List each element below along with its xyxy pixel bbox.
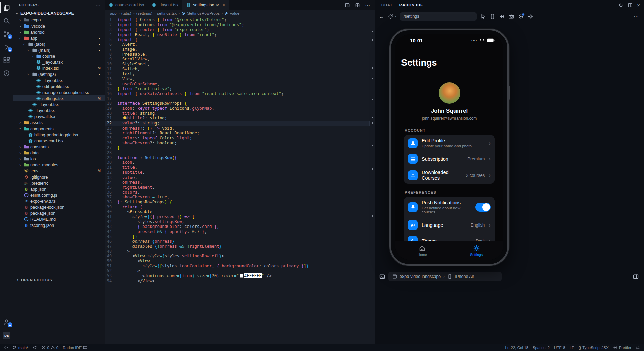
more-actions-icon[interactable]: ⋯ (365, 3, 370, 8)
code-line[interactable]: 20 title: string; (105, 111, 370, 116)
code-line[interactable]: 6 Alert, (105, 42, 370, 47)
settings-row[interactable]: Downloaded Courses3 courses› (404, 167, 495, 184)
code-line[interactable]: 11 Switch, (105, 67, 370, 72)
tree-item[interactable]: ›billing-period-toggle.tsx (13, 132, 105, 138)
tree-item[interactable]: ›android (13, 29, 105, 35)
close-icon[interactable]: × (222, 2, 225, 8)
code-line[interactable]: 22 value?: string; (105, 121, 370, 126)
status-sync[interactable] (33, 345, 37, 350)
code-line[interactable]: 14 useColorScheme, (105, 82, 370, 87)
code-line[interactable]: 17 (105, 96, 370, 101)
tree-item[interactable]: ›data (13, 150, 105, 156)
code-line[interactable]: 26 showChevron?: boolean; (105, 141, 370, 146)
code-line[interactable]: 7 Image, (105, 47, 370, 52)
console-icon[interactable] (379, 274, 385, 280)
tab-course-card-tsx[interactable]: course-card.tsx (105, 0, 148, 10)
code-line[interactable]: 15} from "react-native"; (105, 86, 370, 91)
device-selector[interactable]: expo-video-landscape › iPhone Air (388, 272, 502, 281)
tree-root-folder[interactable]: › EXPO-VIDEO-LANDSCAPE (13, 10, 105, 17)
tree-item[interactable]: ›settings.tsxM (13, 95, 105, 101)
tree-item[interactable]: ›ios (13, 156, 105, 162)
code-line[interactable]: 21 subtitle?: string; (105, 116, 370, 121)
status-branch[interactable]: main* (13, 345, 28, 350)
tree-item[interactable]: ›manage-subscription.tsx (13, 89, 105, 95)
activity-scm[interactable]: 3 (0, 28, 13, 40)
code-line[interactable]: 12 Text, (105, 71, 370, 77)
rotate-device-icon[interactable] (490, 14, 495, 19)
tree-item[interactable]: ›{}tsconfig.json (13, 222, 105, 228)
activity-search[interactable] (0, 15, 13, 27)
url-bar[interactable]: /settings (400, 12, 477, 21)
tree-item[interactable]: ›TSexpo-env.d.ts (13, 198, 105, 204)
code-line[interactable]: 43 { backgroundColor: colors.card }, (105, 224, 370, 229)
code-line[interactable]: 39 return ( (105, 205, 370, 210)
code-line[interactable]: 24 rightElement?: React.ReactNode; (105, 131, 370, 136)
tree-item[interactable]: ›{}app.json (13, 186, 105, 192)
status-encoding[interactable]: UTF-8 (554, 346, 565, 350)
code-line[interactable]: 4import React, { useState } from "react"… (105, 32, 370, 37)
activity-extensions[interactable] (0, 54, 13, 66)
code-line[interactable]: 19 icon: keyof typeof Ionicons.glyphMap; (105, 106, 370, 111)
status-notifications[interactable] (636, 345, 640, 350)
close-icon[interactable]: × (637, 3, 640, 8)
code-line[interactable]: 27} (105, 145, 370, 150)
tree-item[interactable]: ›(main)● (13, 47, 105, 53)
refresh-icon[interactable] (388, 14, 393, 19)
status-radon-ide[interactable]: Radon IDE (63, 345, 87, 350)
breadcrumb-item[interactable]: (settings) (136, 11, 153, 16)
record-icon[interactable] (518, 14, 524, 19)
device-screen[interactable]: 10:01 •••• Settings John Squirrel john.s… (395, 34, 503, 260)
code-line[interactable]: 36 colors, (105, 190, 370, 195)
code-line[interactable]: 35 rightElement, (105, 185, 370, 190)
phone-tab-settings[interactable]: Settings (449, 241, 504, 260)
code-line[interactable]: 50 <View (105, 259, 370, 264)
status-remote[interactable] (4, 345, 8, 350)
code-line[interactable]: 10 StyleSheet, (105, 62, 370, 67)
activity-profile[interactable]: DE (0, 330, 13, 341)
overview-ruler[interactable] (371, 16, 375, 344)
settings-row[interactable]: ALanguageEnglish› (404, 217, 495, 233)
tab-_layout-tsx[interactable]: _layout.tsx (148, 0, 182, 10)
code-line[interactable]: 18interface SettingsRowProps { (105, 101, 370, 106)
tree-item[interactable]: ›{}package-lock.json (13, 204, 105, 210)
status-language-mode[interactable]: {}TypeScript JSX (578, 346, 609, 350)
code-line[interactable]: 46 onPress={onPress} (105, 239, 370, 244)
activity-explorer[interactable] (0, 2, 13, 13)
code-line[interactable]: 47 disabled={!onPress && !rightElement} (105, 244, 370, 249)
code-line[interactable]: 31 title, (105, 165, 370, 170)
activity-accounts[interactable]: 1 (0, 316, 13, 328)
tree-item[interactable]: ›course (13, 53, 105, 59)
settings-row[interactable]: SubscriptionPremium› (404, 151, 495, 167)
code-line[interactable]: 44 pressed && { opacity: 0.7 }, (105, 229, 370, 234)
activity-debug[interactable]: 1 (0, 41, 13, 53)
toolbar-more-icon[interactable]: ⋯ (634, 14, 639, 19)
tree-item[interactable]: ›README.md (13, 216, 105, 222)
breadcrumb-item[interactable]: SettingsRowProps (187, 11, 220, 16)
code-line[interactable]: 29function ✦ SettingsRow({ (105, 155, 370, 160)
tree-item[interactable]: ›.vscode (13, 23, 105, 29)
open-editors-header[interactable]: › OPEN EDITORS (13, 276, 105, 283)
code-line[interactable]: 25 colors: typeof Colors.light; (105, 136, 370, 141)
panel-tab-chat[interactable]: CHAT (381, 0, 393, 10)
phone-tab-home[interactable]: Home (395, 241, 449, 260)
code-line[interactable]: 52 > (105, 268, 370, 273)
code-line[interactable]: 42 styles.settingsRow, (105, 219, 370, 224)
breadcrumb-item[interactable]: (tabs) (121, 11, 131, 16)
settings-row[interactable]: Push NotificationsGet notified about new… (404, 197, 495, 217)
power-icon[interactable] (618, 3, 623, 8)
code-line[interactable]: 5import { (105, 37, 370, 42)
panel-tab-radon-ide[interactable]: RADON IDE (399, 0, 423, 10)
panel-toggle-icon[interactable] (633, 274, 639, 280)
status-formatter[interactable]: Prettier (613, 345, 631, 350)
tree-item[interactable]: ›(settings)● (13, 71, 105, 77)
more-actions-icon[interactable]: ⋯ (95, 2, 101, 8)
code-line[interactable]: 33 value, (105, 175, 370, 180)
tree-item[interactable]: ›.expo (13, 17, 105, 23)
code-line[interactable]: 3import { router } from "expo-router"; (105, 27, 370, 32)
tree-item[interactable]: ›app● (13, 35, 105, 41)
tree-item[interactable]: ›_layout.tsx (13, 107, 105, 113)
tree-item[interactable]: ›.envM (13, 168, 105, 174)
code-line[interactable]: 8 Pressable, (105, 52, 370, 57)
inspect-icon[interactable] (480, 14, 486, 19)
status-indentation[interactable]: Spaces: 2 (533, 346, 550, 350)
